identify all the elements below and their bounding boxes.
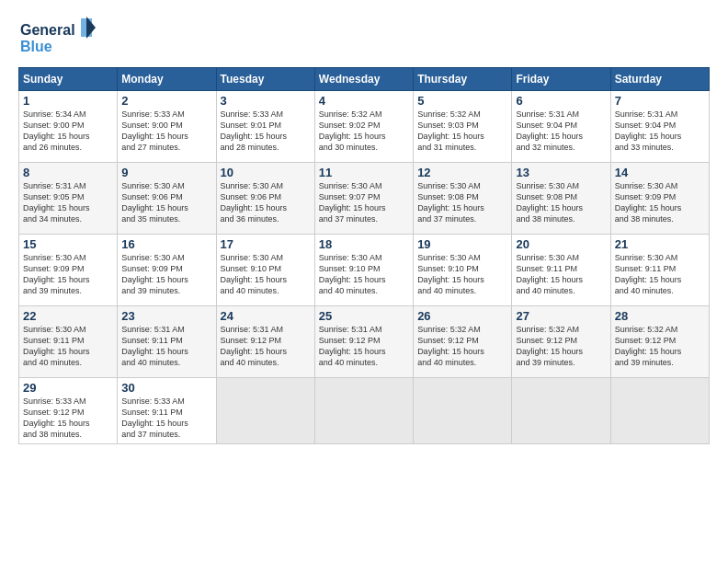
table-row: 6Sunrise: 5:31 AMSunset: 9:04 PMDaylight… [512, 91, 610, 163]
col-friday: Friday [512, 68, 610, 91]
col-monday: Monday [118, 68, 216, 91]
cell-details: Sunrise: 5:31 AMSunset: 9:05 PMDaylight:… [23, 180, 113, 225]
cell-details: Sunrise: 5:31 AMSunset: 9:12 PMDaylight:… [221, 324, 311, 369]
day-number: 23 [121, 309, 211, 323]
day-number: 27 [516, 309, 606, 323]
day-number: 17 [221, 237, 311, 251]
day-number: 30 [121, 381, 211, 395]
calendar-week-5: 29Sunrise: 5:33 AMSunset: 9:12 PMDayligh… [19, 378, 710, 444]
day-number: 7 [615, 94, 705, 108]
table-row: 14Sunrise: 5:30 AMSunset: 9:09 PMDayligh… [610, 163, 709, 235]
cell-details: Sunrise: 5:33 AMSunset: 9:01 PMDaylight:… [221, 109, 311, 154]
cell-details: Sunrise: 5:31 AMSunset: 9:04 PMDaylight:… [615, 109, 705, 154]
table-row: 22Sunrise: 5:30 AMSunset: 9:11 PMDayligh… [19, 306, 118, 378]
day-number: 2 [121, 94, 211, 108]
table-row: 27Sunrise: 5:32 AMSunset: 9:12 PMDayligh… [512, 306, 610, 378]
cell-details: Sunrise: 5:32 AMSunset: 9:12 PMDaylight:… [615, 324, 705, 369]
day-number: 12 [417, 166, 507, 179]
table-row: 25Sunrise: 5:31 AMSunset: 9:12 PMDayligh… [314, 306, 413, 378]
day-number: 9 [121, 166, 211, 179]
col-thursday: Thursday [414, 68, 512, 91]
cell-details: Sunrise: 5:33 AMSunset: 9:00 PMDaylight:… [121, 109, 211, 154]
calendar-week-4: 22Sunrise: 5:30 AMSunset: 9:11 PMDayligh… [19, 306, 710, 378]
day-number: 3 [221, 94, 311, 108]
table-row: 15Sunrise: 5:30 AMSunset: 9:09 PMDayligh… [19, 235, 118, 306]
day-number: 1 [23, 94, 113, 108]
day-number: 11 [319, 166, 409, 179]
logo-icon: General Blue [18, 17, 101, 58]
day-number: 29 [23, 381, 113, 395]
table-row: 18Sunrise: 5:30 AMSunset: 9:10 PMDayligh… [314, 235, 413, 306]
cell-details: Sunrise: 5:30 AMSunset: 9:07 PMDaylight:… [319, 180, 409, 225]
table-row: 30Sunrise: 5:33 AMSunset: 9:11 PMDayligh… [118, 378, 216, 444]
table-row: 3Sunrise: 5:33 AMSunset: 9:01 PMDaylight… [216, 91, 314, 163]
table-row: 13Sunrise: 5:30 AMSunset: 9:08 PMDayligh… [512, 163, 610, 235]
cell-details: Sunrise: 5:30 AMSunset: 9:08 PMDaylight:… [516, 180, 606, 225]
calendar-week-1: 1Sunrise: 5:34 AMSunset: 9:00 PMDaylight… [19, 91, 710, 163]
cell-details: Sunrise: 5:31 AMSunset: 9:11 PMDaylight:… [121, 324, 211, 369]
col-sunday: Sunday [19, 68, 118, 91]
day-number: 21 [615, 237, 705, 251]
cell-details: Sunrise: 5:30 AMSunset: 9:08 PMDaylight:… [417, 180, 507, 225]
day-number: 5 [417, 94, 507, 108]
calendar: Sunday Monday Tuesday Wednesday Thursday… [18, 67, 710, 444]
table-row: 24Sunrise: 5:31 AMSunset: 9:12 PMDayligh… [216, 306, 314, 378]
table-row: 12Sunrise: 5:30 AMSunset: 9:08 PMDayligh… [414, 163, 512, 235]
day-number: 24 [221, 309, 311, 323]
logo: General Blue [18, 17, 101, 58]
svg-text:General: General [20, 22, 75, 38]
day-number: 8 [23, 166, 113, 179]
table-row [610, 378, 709, 444]
day-number: 6 [516, 94, 606, 108]
table-row: 28Sunrise: 5:32 AMSunset: 9:12 PMDayligh… [610, 306, 709, 378]
day-number: 19 [417, 237, 507, 251]
cell-details: Sunrise: 5:31 AMSunset: 9:04 PMDaylight:… [516, 109, 606, 154]
table-row: 4Sunrise: 5:32 AMSunset: 9:02 PMDaylight… [314, 91, 413, 163]
table-row: 21Sunrise: 5:30 AMSunset: 9:11 PMDayligh… [610, 235, 709, 306]
cell-details: Sunrise: 5:30 AMSunset: 9:11 PMDaylight:… [23, 324, 113, 369]
table-row: 20Sunrise: 5:30 AMSunset: 9:11 PMDayligh… [512, 235, 610, 306]
table-row: 1Sunrise: 5:34 AMSunset: 9:00 PMDaylight… [19, 91, 118, 163]
header: General Blue [18, 17, 710, 58]
day-number: 18 [319, 237, 409, 251]
cell-details: Sunrise: 5:32 AMSunset: 9:02 PMDaylight:… [319, 109, 409, 154]
table-row [512, 378, 610, 444]
day-number: 22 [23, 309, 113, 323]
cell-details: Sunrise: 5:32 AMSunset: 9:12 PMDaylight:… [516, 324, 606, 369]
day-number: 16 [121, 237, 211, 251]
table-row: 2Sunrise: 5:33 AMSunset: 9:00 PMDaylight… [118, 91, 216, 163]
table-row: 23Sunrise: 5:31 AMSunset: 9:11 PMDayligh… [118, 306, 216, 378]
day-number: 13 [516, 166, 606, 179]
day-number: 25 [319, 309, 409, 323]
day-number: 15 [23, 237, 113, 251]
cell-details: Sunrise: 5:30 AMSunset: 9:09 PMDaylight:… [121, 252, 211, 297]
table-row: 7Sunrise: 5:31 AMSunset: 9:04 PMDaylight… [610, 91, 709, 163]
calendar-header-row: Sunday Monday Tuesday Wednesday Thursday… [19, 68, 710, 91]
table-row: 29Sunrise: 5:33 AMSunset: 9:12 PMDayligh… [19, 378, 118, 444]
table-row [216, 378, 314, 444]
cell-details: Sunrise: 5:30 AMSunset: 9:06 PMDaylight:… [221, 180, 311, 225]
table-row [314, 378, 413, 444]
cell-details: Sunrise: 5:32 AMSunset: 9:12 PMDaylight:… [417, 324, 507, 369]
table-row: 11Sunrise: 5:30 AMSunset: 9:07 PMDayligh… [314, 163, 413, 235]
col-wednesday: Wednesday [314, 68, 413, 91]
cell-details: Sunrise: 5:33 AMSunset: 9:12 PMDaylight:… [23, 396, 113, 441]
logo-svg: General Blue [18, 17, 101, 58]
cell-details: Sunrise: 5:30 AMSunset: 9:10 PMDaylight:… [417, 252, 507, 297]
day-number: 10 [221, 166, 311, 179]
table-row: 26Sunrise: 5:32 AMSunset: 9:12 PMDayligh… [414, 306, 512, 378]
cell-details: Sunrise: 5:33 AMSunset: 9:11 PMDaylight:… [121, 396, 211, 441]
calendar-week-3: 15Sunrise: 5:30 AMSunset: 9:09 PMDayligh… [19, 235, 710, 306]
cell-details: Sunrise: 5:31 AMSunset: 9:12 PMDaylight:… [319, 324, 409, 369]
day-number: 14 [615, 166, 705, 179]
day-number: 28 [615, 309, 705, 323]
day-number: 4 [319, 94, 409, 108]
cell-details: Sunrise: 5:30 AMSunset: 9:11 PMDaylight:… [615, 252, 705, 297]
col-saturday: Saturday [610, 68, 709, 91]
day-number: 20 [516, 237, 606, 251]
col-tuesday: Tuesday [216, 68, 314, 91]
table-row: 16Sunrise: 5:30 AMSunset: 9:09 PMDayligh… [118, 235, 216, 306]
page: General Blue Sunday Monday Tuesday Wedne… [0, 0, 728, 563]
table-row: 17Sunrise: 5:30 AMSunset: 9:10 PMDayligh… [216, 235, 314, 306]
cell-details: Sunrise: 5:30 AMSunset: 9:11 PMDaylight:… [516, 252, 606, 297]
